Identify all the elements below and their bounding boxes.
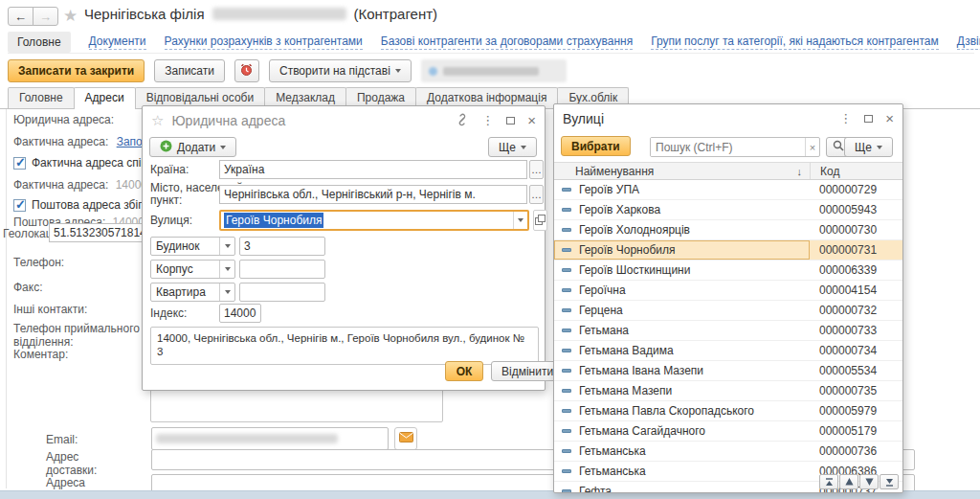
- full-address-textarea[interactable]: 14000, Чернігівська обл., Чернігів м., Г…: [150, 327, 539, 365]
- maximize-icon[interactable]: [506, 117, 515, 125]
- email-input[interactable]: [151, 427, 389, 450]
- app-window: ← → ★ Чернігівська філія (Контрагент) Го…: [0, 0, 980, 499]
- street-row[interactable]: Гетьмана000000733: [554, 321, 902, 341]
- street-code: 000000736: [810, 442, 877, 461]
- block-number-input[interactable]: [239, 260, 325, 279]
- street-name: Гетьмана Сагайдачного: [579, 424, 705, 438]
- list-item-icon: [562, 489, 571, 492]
- redacted-text: [443, 67, 539, 76]
- tab-active[interactable]: Адреси: [74, 87, 136, 109]
- list-page-nav: [819, 474, 899, 489]
- go-next-button[interactable]: [859, 474, 879, 489]
- streets-more-button[interactable]: Ще: [844, 137, 893, 157]
- postcode-input[interactable]: 14000: [219, 304, 261, 323]
- street-row[interactable]: Героїв Холодноярців000000730: [554, 220, 902, 240]
- actual-matches-checkbox[interactable]: [13, 157, 26, 170]
- chevron-down-icon: [220, 146, 226, 149]
- apartment-type-combo[interactable]: Квартира: [150, 283, 235, 302]
- back-button[interactable]: ←: [8, 7, 33, 26]
- street-input[interactable]: Героїв Чорнобиля: [219, 210, 529, 231]
- actual-address-label-2: Фактична адреса:: [13, 178, 108, 192]
- alarm-clock-icon: [239, 62, 254, 79]
- chevron-down-icon: [219, 261, 234, 278]
- select-button[interactable]: Вибрати: [561, 136, 631, 156]
- street-row[interactable]: Гетьмана Вадима000000734: [554, 341, 902, 361]
- street-code: 000000733: [810, 321, 877, 340]
- favorite-star-icon[interactable]: ★: [63, 6, 78, 26]
- reception-phone-label-line1: Телефон приймального: [13, 322, 140, 335]
- delivery-address-label: Адрес доставки:: [46, 450, 97, 477]
- save-button[interactable]: Записати: [154, 59, 225, 82]
- send-email-button[interactable]: [394, 427, 417, 450]
- favorite-star-outline-icon[interactable]: ☆: [151, 112, 164, 129]
- country-picker-button[interactable]: …: [529, 160, 544, 179]
- ok-button[interactable]: ОК: [445, 361, 483, 381]
- streets-more-label: Ще: [855, 141, 872, 154]
- street-row[interactable]: Героїв Харкова000005943: [554, 200, 902, 220]
- tab-item[interactable]: Головне: [8, 87, 75, 108]
- forward-button[interactable]: →: [33, 7, 58, 26]
- street-name: Гетьмана Павла Скоропадського: [579, 404, 754, 418]
- street-row[interactable]: Гетьмана Сагайдачного000005179: [554, 421, 902, 442]
- street-dropdown-button[interactable]: [513, 212, 527, 229]
- envelope-icon: [399, 432, 413, 445]
- street-code: 000005943: [810, 200, 877, 219]
- street-row[interactable]: Героїв УПА000000729: [554, 180, 902, 200]
- close-icon[interactable]: ×: [885, 111, 894, 125]
- country-input[interactable]: Україна: [219, 160, 527, 179]
- block-type-combo[interactable]: Корпус: [150, 260, 235, 279]
- nav-link[interactable]: Базові контрагенти за договорами страхув…: [381, 34, 633, 50]
- more-menu-icon[interactable]: ⋮: [839, 112, 852, 125]
- add-button[interactable]: Додати: [149, 137, 236, 157]
- dialog-more-button[interactable]: Ще: [488, 137, 537, 157]
- magnifier-icon: [833, 140, 844, 154]
- street-row[interactable]: Гетьмана Мазепи000000735: [554, 381, 902, 401]
- close-icon[interactable]: ×: [527, 113, 536, 127]
- building-type-label: Будинок: [151, 239, 219, 253]
- nav-link[interactable]: Групи послуг та категорії, які надаються…: [651, 34, 939, 50]
- more-menu-icon[interactable]: ⋮: [481, 114, 494, 126]
- country-label: Країна:: [150, 164, 189, 176]
- building-type-combo[interactable]: Будинок: [150, 237, 235, 256]
- add-plus-icon: [160, 140, 172, 155]
- street-name: Героїв Холодноярців: [579, 223, 690, 237]
- list-item-icon: [562, 228, 571, 232]
- dialog-title: Юридична адреса: [171, 113, 285, 128]
- street-name: Гефта: [579, 485, 612, 492]
- clear-search-icon[interactable]: ×: [805, 138, 819, 156]
- nav-link[interactable]: Рахунки розрахунків з контрагентами: [165, 34, 363, 50]
- street-code: 000000729: [810, 180, 877, 199]
- street-row[interactable]: Гетьмана Івана Мазепи000005534: [554, 361, 902, 381]
- street-row[interactable]: Герцена000000732: [554, 301, 902, 321]
- command-bar: Записати та закрити Записати Створити на…: [8, 57, 567, 84]
- street-open-button[interactable]: [533, 210, 547, 231]
- city-picker-button[interactable]: …: [529, 185, 544, 204]
- go-last-button[interactable]: [880, 474, 899, 489]
- postal-matches-checkbox[interactable]: [13, 199, 26, 212]
- go-previous-button[interactable]: [839, 474, 858, 489]
- nav-link[interactable]: Документи: [89, 34, 146, 50]
- nav-link[interactable]: Дзвінки: [957, 34, 980, 50]
- search-field: ×: [650, 137, 820, 157]
- get-link-icon[interactable]: [456, 113, 469, 128]
- nav-item-active[interactable]: Головне: [8, 32, 71, 53]
- street-row[interactable]: Гетьманська000000736: [554, 442, 902, 462]
- reminder-button[interactable]: [234, 59, 259, 82]
- apartment-number-input[interactable]: [239, 283, 325, 302]
- street-row[interactable]: Героїв Шосткинщини000006339: [554, 261, 902, 281]
- geolocation-input[interactable]: 51.5132305718145: [49, 223, 145, 242]
- sort-descending-icon: ↓: [797, 166, 803, 177]
- maximize-icon[interactable]: [864, 115, 873, 123]
- street-row[interactable]: Героїв Чорнобиля000000731: [554, 240, 902, 261]
- table-header[interactable]: Найменування ↓ Код: [554, 162, 902, 180]
- building-number-input[interactable]: 3: [239, 237, 325, 256]
- go-first-button[interactable]: [819, 474, 838, 489]
- street-row[interactable]: Гетьмана Павла Скоропадського000005979: [554, 401, 902, 421]
- save-and-close-button[interactable]: Записати та закрити: [8, 59, 145, 82]
- create-based-on-button[interactable]: Створити на підставі: [269, 59, 412, 82]
- street-row[interactable]: Героїчна000004154: [554, 281, 902, 301]
- street-code: 000004154: [810, 281, 877, 300]
- create-based-on-label: Створити на підставі: [279, 64, 390, 78]
- search-input[interactable]: [651, 138, 805, 156]
- city-input[interactable]: Чернігівська обл., Чернігівський р-н, Че…: [219, 185, 527, 204]
